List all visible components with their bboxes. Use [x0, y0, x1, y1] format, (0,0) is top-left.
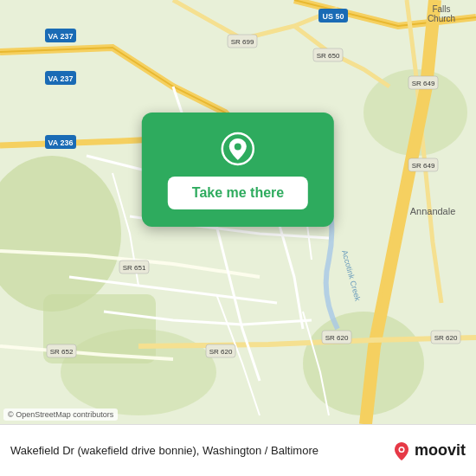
osm-attribution: © OpenStreetMap contributors: [3, 408, 118, 421]
svg-text:SR 620: SR 620: [209, 348, 233, 356]
location-text: Wakefield Dr (wakefield drive bonnie), W…: [10, 444, 318, 457]
svg-text:VA 237: VA 237: [48, 32, 73, 41]
moovit-icon: [391, 441, 412, 461]
svg-text:SR 649: SR 649: [412, 162, 435, 170]
svg-text:US 50: US 50: [322, 12, 344, 21]
svg-text:Annandale: Annandale: [410, 206, 456, 216]
svg-text:Falls: Falls: [432, 4, 450, 14]
svg-text:SR 649: SR 649: [412, 80, 435, 87]
svg-text:VA 237: VA 237: [48, 74, 73, 83]
svg-text:SR 620: SR 620: [434, 334, 458, 342]
moovit-label: moovit: [415, 441, 466, 460]
svg-point-37: [235, 144, 241, 151]
svg-text:SR 699: SR 699: [231, 38, 254, 46]
map-container: Accotink Creek: [0, 0, 476, 424]
svg-text:SR 652: SR 652: [50, 348, 74, 356]
info-bar: Wakefield Dr (wakefield drive bonnie), W…: [0, 424, 476, 476]
svg-text:Church: Church: [428, 14, 455, 23]
svg-text:SR 620: SR 620: [325, 334, 349, 342]
svg-text:SR 650: SR 650: [317, 52, 340, 60]
moovit-logo: moovit: [391, 441, 466, 461]
location-pin-icon: [219, 130, 257, 168]
take-me-there-button[interactable]: Take me there: [168, 177, 308, 209]
location-info: Wakefield Dr (wakefield drive bonnie), W…: [10, 444, 318, 457]
svg-point-39: [400, 447, 403, 451]
svg-text:SR 651: SR 651: [123, 264, 146, 272]
popup-card: Take me there: [142, 113, 334, 227]
svg-text:VA 236: VA 236: [48, 138, 73, 147]
